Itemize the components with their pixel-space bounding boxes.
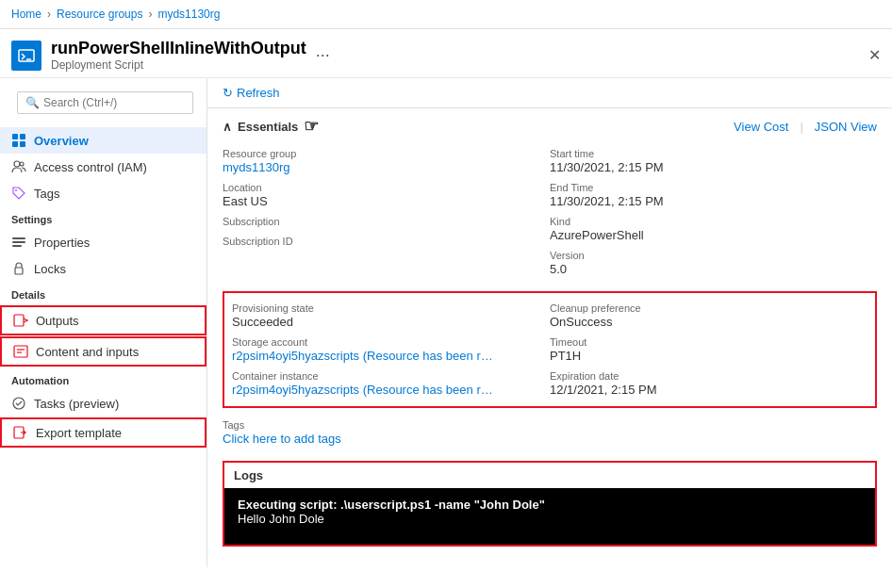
expiration-date-value: 12/1/2021, 2:15 PM bbox=[550, 383, 867, 397]
start-time-label: Start time bbox=[550, 148, 877, 159]
close-button[interactable]: ✕ bbox=[868, 46, 881, 64]
resource-group-item: Resource group myds1130rg bbox=[223, 144, 550, 178]
resource-group-value[interactable]: myds1130rg bbox=[223, 160, 487, 174]
sidebar-item-iam[interactable]: Access control (IAM) bbox=[0, 154, 206, 180]
start-time-item: Start time 11/30/2021, 2:15 PM bbox=[550, 144, 877, 178]
sidebar-item-tasks-label: Tasks (preview) bbox=[34, 397, 119, 411]
breadcrumb-myds1130rg[interactable]: myds1130rg bbox=[157, 8, 220, 21]
container-instance-label: Container instance bbox=[232, 370, 550, 382]
kind-value: AzurePowerShell bbox=[550, 228, 877, 242]
tags-label: Tags bbox=[223, 419, 877, 431]
end-time-item: End Time 11/30/2021, 2:15 PM bbox=[550, 178, 877, 212]
timeout-value: PT1H bbox=[550, 349, 867, 363]
outputs-icon bbox=[13, 313, 28, 328]
view-cost-link[interactable]: View Cost bbox=[734, 120, 788, 134]
svg-rect-3 bbox=[20, 134, 25, 139]
refresh-icon: ↻ bbox=[223, 86, 233, 100]
content-inputs-icon bbox=[13, 344, 28, 359]
cursor: ☞ bbox=[304, 116, 319, 137]
json-view-link[interactable]: JSON View bbox=[815, 120, 877, 134]
essentials-top-grid: Resource group myds1130rg Location East … bbox=[207, 144, 892, 287]
essentials-header: ∧ Essentials ☞ View Cost | JSON View bbox=[207, 108, 892, 144]
storage-account-value[interactable]: r2psim4oyi5hyazscripts (Resource has bee… bbox=[232, 349, 496, 363]
sidebar-item-outputs[interactable]: Outputs bbox=[0, 305, 206, 335]
main-content: ↻ Refresh ∧ Essentials ☞ View Cost | JSO… bbox=[207, 78, 892, 567]
tags-add-link[interactable]: Click here to add tags bbox=[223, 432, 341, 446]
automation-section-label: Automation bbox=[0, 368, 206, 390]
timeout-label: Timeout bbox=[550, 336, 867, 348]
search-icon: 🔍 bbox=[25, 96, 40, 109]
essentials-collapse-icon[interactable]: ∧ bbox=[223, 120, 232, 134]
provisioning-state-value: Succeeded bbox=[232, 315, 550, 329]
title-area: runPowerShellInlineWithOutput Deployment… bbox=[0, 29, 892, 78]
details-section-label: Details bbox=[0, 282, 206, 304]
deployment-script-icon bbox=[11, 41, 41, 71]
sidebar-item-tags[interactable]: Tags bbox=[0, 180, 206, 206]
storage-account-item: Storage account r2psim4oyi5hyazscripts (… bbox=[232, 333, 550, 367]
kind-label: Kind bbox=[550, 216, 877, 227]
svg-rect-5 bbox=[20, 141, 25, 147]
provisioning-state-label: Provisioning state bbox=[232, 302, 550, 314]
svg-rect-14 bbox=[14, 346, 27, 357]
provisioning-state-item: Provisioning state Succeeded bbox=[232, 299, 550, 333]
svg-rect-12 bbox=[15, 268, 23, 274]
refresh-label: Refresh bbox=[237, 86, 280, 100]
logs-line1: Executing script: .\userscript.ps1 -name… bbox=[238, 498, 862, 512]
logs-body: Executing script: .\userscript.ps1 -name… bbox=[224, 488, 875, 545]
container-instance-value[interactable]: r2psim4oyi5hyazscripts (Resource has bee… bbox=[232, 383, 496, 397]
sidebar-item-iam-label: Access control (IAM) bbox=[34, 160, 147, 174]
storage-account-label: Storage account bbox=[232, 336, 550, 348]
breadcrumb-resource-groups[interactable]: Resource groups bbox=[57, 8, 142, 21]
sidebar-item-overview[interactable]: Overview bbox=[0, 127, 206, 154]
expiration-date-label: Expiration date bbox=[550, 370, 867, 382]
timeout-item: Timeout PT1H bbox=[550, 333, 867, 367]
export-icon bbox=[13, 425, 28, 440]
sidebar-item-tasks[interactable]: Tasks (preview) bbox=[0, 390, 206, 416]
search-input[interactable] bbox=[43, 96, 185, 109]
svg-point-7 bbox=[20, 162, 24, 166]
location-item: Location East US bbox=[223, 178, 550, 212]
subscription-id-label: Subscription ID bbox=[223, 236, 550, 247]
version-value: 5.0 bbox=[550, 262, 877, 276]
kind-item: Kind AzurePowerShell bbox=[550, 212, 877, 246]
iam-icon bbox=[11, 159, 26, 174]
more-options-button[interactable]: ··· bbox=[316, 45, 330, 65]
settings-section-label: Settings bbox=[0, 206, 206, 229]
tasks-icon bbox=[11, 396, 26, 411]
version-item: Version 5.0 bbox=[550, 246, 877, 280]
end-time-label: End Time bbox=[550, 182, 877, 193]
subscription-label: Subscription bbox=[223, 216, 550, 227]
svg-rect-9 bbox=[12, 237, 25, 239]
resource-group-label: Resource group bbox=[223, 148, 550, 159]
end-time-value: 11/30/2021, 2:15 PM bbox=[550, 194, 877, 208]
start-time-value: 11/30/2021, 2:15 PM bbox=[550, 160, 877, 174]
location-label: Location bbox=[223, 182, 550, 193]
cleanup-pref-value: OnSuccess bbox=[550, 315, 867, 329]
version-label: Version bbox=[550, 250, 877, 261]
sidebar: 🔍 « Overview Access control (IAM) Tags bbox=[0, 78, 207, 567]
breadcrumb-home[interactable]: Home bbox=[11, 8, 41, 21]
resource-type: Deployment Script bbox=[51, 58, 306, 72]
sidebar-item-locks[interactable]: Locks bbox=[0, 255, 206, 282]
essentials-actions: View Cost | JSON View bbox=[734, 120, 877, 134]
resource-title: runPowerShellInlineWithOutput Deployment… bbox=[51, 39, 306, 72]
breadcrumb: Home › Resource groups › myds1130rg bbox=[0, 0, 892, 29]
essentials-title-label: Essentials bbox=[238, 120, 298, 134]
sidebar-item-overview-label: Overview bbox=[34, 134, 89, 148]
highlighted-essentials-box: Provisioning state Succeeded Storage acc… bbox=[223, 291, 877, 408]
sidebar-item-export-template[interactable]: Export template bbox=[0, 417, 206, 448]
logs-header: Logs bbox=[224, 463, 875, 488]
sidebar-item-content-inputs[interactable]: Content and inputs bbox=[0, 336, 206, 367]
svg-rect-4 bbox=[12, 141, 18, 147]
sidebar-item-properties-label: Properties bbox=[34, 236, 90, 250]
location-value: East US bbox=[223, 194, 550, 208]
svg-point-6 bbox=[14, 161, 20, 167]
container-instance-item: Container instance r2psim4oyi5hyazscript… bbox=[232, 367, 550, 400]
svg-point-8 bbox=[15, 189, 17, 191]
expiration-date-item: Expiration date 12/1/2021, 2:15 PM bbox=[550, 367, 867, 400]
subscription-item: Subscription bbox=[223, 212, 550, 232]
svg-rect-2 bbox=[12, 134, 18, 139]
svg-rect-13 bbox=[14, 315, 24, 326]
refresh-button[interactable]: ↻ Refresh bbox=[223, 86, 280, 100]
sidebar-item-properties[interactable]: Properties bbox=[0, 229, 206, 255]
